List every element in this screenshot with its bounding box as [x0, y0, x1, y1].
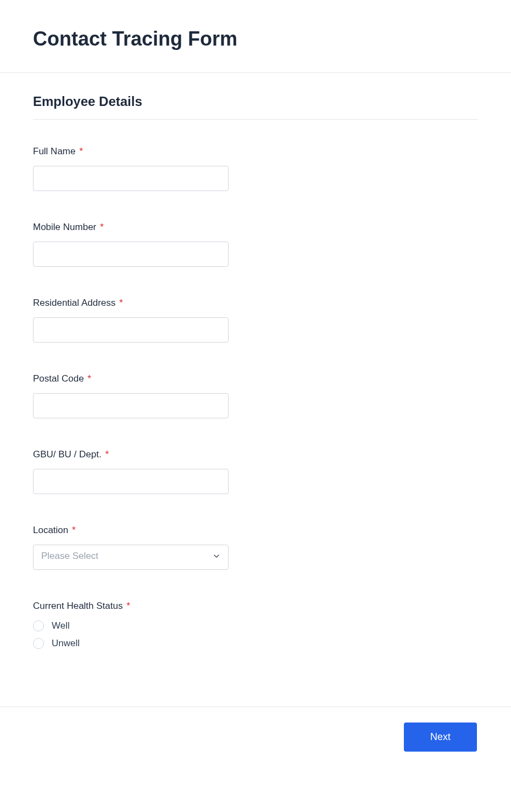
label-text: Mobile Number	[33, 222, 96, 232]
full-name-group: Full Name *	[33, 146, 478, 191]
postal-code-label: Postal Code *	[33, 373, 478, 384]
dept-label: GBU/ BU / Dept. *	[33, 449, 478, 460]
label-text: Current Health Status	[33, 601, 123, 611]
dept-group: GBU/ BU / Dept. *	[33, 449, 478, 494]
residential-address-label: Residential Address *	[33, 298, 478, 309]
health-status-group: Current Health Status * Well Unwell	[33, 601, 478, 649]
form-footer: Next	[0, 707, 511, 767]
residential-address-input[interactable]	[33, 317, 229, 343]
section-header: Employee Details	[33, 94, 478, 120]
required-mark: *	[100, 222, 104, 232]
health-status-well-radio[interactable]	[33, 620, 44, 631]
label-text: Full Name	[33, 146, 75, 156]
location-select[interactable]: Please Select	[33, 545, 229, 570]
label-text: Residential Address	[33, 298, 115, 308]
radio-label: Unwell	[52, 638, 80, 649]
page-title: Contact Tracing Form	[33, 27, 478, 51]
label-text: GBU/ BU / Dept.	[33, 449, 102, 460]
required-mark: *	[119, 298, 123, 308]
residential-address-group: Residential Address *	[33, 298, 478, 343]
postal-code-input[interactable]	[33, 393, 229, 418]
health-status-unwell-item[interactable]: Unwell	[33, 638, 478, 649]
employee-details-section: Employee Details Full Name * Mobile Numb…	[0, 73, 511, 677]
radio-label: Well	[52, 620, 70, 631]
health-status-radio-group: Well Unwell	[33, 620, 478, 649]
required-mark: *	[72, 525, 76, 535]
postal-code-group: Postal Code *	[33, 373, 478, 418]
mobile-number-input[interactable]	[33, 242, 229, 267]
section-title: Employee Details	[33, 94, 478, 109]
full-name-label: Full Name *	[33, 146, 478, 157]
mobile-number-label: Mobile Number *	[33, 222, 478, 233]
mobile-number-group: Mobile Number *	[33, 222, 478, 267]
label-text: Postal Code	[33, 373, 84, 384]
location-label: Location *	[33, 525, 478, 536]
page-header: Contact Tracing Form	[0, 0, 511, 73]
health-status-well-item[interactable]: Well	[33, 620, 478, 631]
required-mark: *	[126, 601, 130, 611]
required-mark: *	[87, 373, 91, 384]
health-status-label: Current Health Status *	[33, 601, 478, 612]
dept-input[interactable]	[33, 469, 229, 494]
label-text: Location	[33, 525, 68, 535]
health-status-unwell-radio[interactable]	[33, 638, 44, 649]
full-name-input[interactable]	[33, 166, 229, 191]
required-mark: *	[79, 146, 83, 156]
location-select-wrapper: Please Select	[33, 545, 229, 570]
next-button[interactable]: Next	[404, 723, 477, 752]
required-mark: *	[105, 449, 109, 460]
location-group: Location * Please Select	[33, 525, 478, 570]
